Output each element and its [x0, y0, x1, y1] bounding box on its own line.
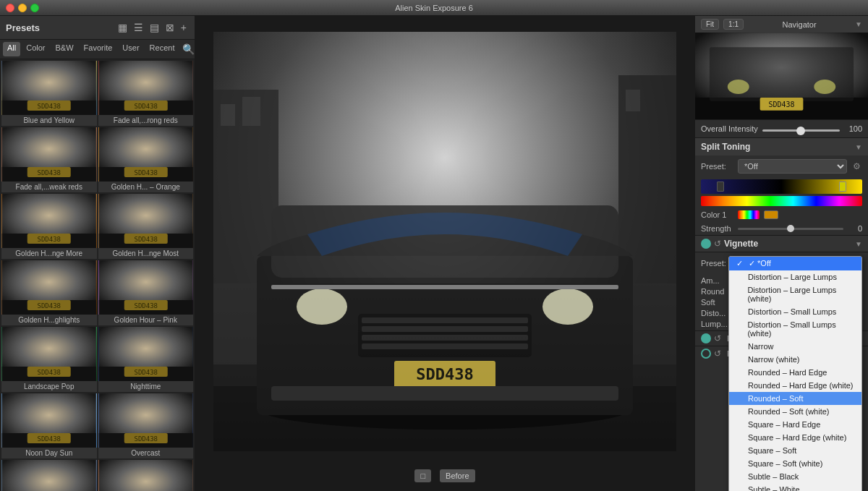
- close-button[interactable]: [6, 4, 14, 12]
- split-toning-preset-select[interactable]: *Off: [738, 159, 847, 174]
- dropdown-item[interactable]: Subtle – White: [729, 483, 861, 491]
- tab-bw[interactable]: B&W: [51, 42, 78, 56]
- vignette-section: ↺ Vignette ▼ Preset: *Off ⚙ Am...: [695, 236, 868, 364]
- preset-label: Fade all,...rong reds: [98, 115, 194, 126]
- dropdown-item[interactable]: Square – Soft: [729, 444, 861, 457]
- preset-item[interactable]: SDD438 Golden H...nge More: [1, 194, 97, 259]
- dropdown-item[interactable]: Distortion – Small Lumps (white): [729, 318, 861, 340]
- dropdown-item[interactable]: Distortion – Large Lumps: [729, 270, 861, 283]
- color1-spectrum-swatch[interactable]: [738, 210, 760, 219]
- preset-item[interactable]: SDD438 Fade all,...rong reds: [98, 61, 194, 126]
- preset-item[interactable]: SDD438 Landscape Pop: [1, 327, 97, 392]
- soft-label: Soft: [701, 298, 728, 307]
- strength-slider[interactable]: [738, 228, 843, 230]
- dropdown-item[interactable]: Rounded – Hard Edge (white): [729, 379, 861, 392]
- tab-user[interactable]: User: [118, 42, 143, 56]
- toning-highlight-thumb[interactable]: [839, 182, 846, 192]
- svg-rect-71: [362, 326, 528, 332]
- svg-rect-73: [362, 343, 528, 349]
- distort-label: Disto...: [701, 309, 728, 317]
- svg-rect-77: [271, 285, 618, 289]
- dropdown-item[interactable]: Distortion – Large Lumps (white): [729, 283, 861, 305]
- vignette-toggle-2[interactable]: [701, 333, 711, 343]
- dropdown-item[interactable]: Subtle – Black: [729, 470, 861, 483]
- dropdown-item[interactable]: ✓ *Off: [729, 257, 861, 270]
- svg-point-81: [728, 80, 749, 94]
- traffic-lights: [6, 4, 39, 12]
- preset-label: Golden Hour – Pink: [98, 315, 194, 325]
- preset-filmstrip-icon[interactable]: ▤: [148, 20, 161, 35]
- color1-label: Color 1: [701, 210, 733, 219]
- view-square-button[interactable]: □: [414, 469, 431, 482]
- intensity-slider[interactable]: [762, 129, 840, 132]
- vignette-refresh-3[interactable]: ↺: [714, 349, 721, 359]
- vignette-dropdown[interactable]: ✓ *Off Distortion – Large Lumps Distorti…: [728, 256, 862, 491]
- intensity-slider-wrap: [762, 124, 840, 133]
- preset-thumbnail: SDD438: [1, 260, 97, 315]
- split-toning-preset-row: Preset: *Off ⚙: [695, 155, 868, 177]
- split-toning-header[interactable]: Split Toning ▼: [695, 138, 868, 155]
- dropdown-item[interactable]: Narrow: [729, 340, 861, 353]
- preset-item[interactable]: SDD438 Blue and Yellow: [1, 61, 97, 126]
- preset-compare-icon[interactable]: ⊠: [163, 20, 176, 35]
- car-svg: SDD438: [213, 32, 676, 451]
- dropdown-item[interactable]: Square – Hard Edge: [729, 418, 861, 431]
- tab-favorite[interactable]: Favorite: [80, 42, 117, 56]
- vignette-refresh-2[interactable]: ↺: [714, 333, 721, 343]
- preset-item[interactable]: SDD438 Fade all,...weak reds: [1, 127, 97, 192]
- preset-list-icon[interactable]: ☰: [132, 20, 145, 35]
- preset-add-icon[interactable]: +: [179, 20, 189, 35]
- svg-text:SDD438: SDD438: [37, 302, 61, 309]
- before-button[interactable]: Before: [440, 469, 475, 482]
- navigator-title: Navigator: [783, 20, 817, 29]
- preset-tabs: All Color B&W Favorite User Recent 🔍: [0, 40, 195, 59]
- vignette-toggle[interactable]: [701, 239, 711, 249]
- dropdown-item[interactable]: Rounded – Hard Edge: [729, 366, 861, 379]
- dropdown-item[interactable]: Rounded – Soft: [729, 392, 861, 405]
- preset-item[interactable]: SDD438 Golden Hour – Pink: [98, 260, 194, 325]
- main-row: Presets ▦ ☰ ▤ ⊠ + All Color B&W Favorite…: [0, 16, 868, 491]
- preset-label: Fade all,...weak reds: [1, 182, 97, 192]
- color1-value-swatch[interactable]: [764, 210, 778, 219]
- dropdown-item[interactable]: Rounded – Soft (white): [729, 405, 861, 418]
- vignette-toggle-3[interactable]: [701, 349, 711, 359]
- split-toning-title: Split Toning: [701, 142, 750, 152]
- maximize-button[interactable]: [30, 4, 39, 12]
- search-icon[interactable]: 🔍: [180, 42, 197, 56]
- preset-label: Golden H...nge More: [1, 248, 97, 259]
- preset-grid-small-icon[interactable]: ▦: [116, 20, 129, 35]
- dropdown-item[interactable]: Square – Soft (white): [729, 457, 861, 470]
- navigator-thumbnail[interactable]: SDD438: [695, 33, 868, 119]
- preset-item[interactable]: SDD438 Golden H...nge Most: [98, 194, 194, 259]
- split-toning-option-btn[interactable]: ⚙: [851, 160, 862, 173]
- dropdown-item[interactable]: Square – Hard Edge (white): [729, 431, 861, 444]
- minimize-button[interactable]: [18, 4, 27, 12]
- vignette-refresh-icon[interactable]: ↺: [714, 239, 721, 249]
- svg-point-82: [814, 80, 835, 94]
- presets-header: Presets ▦ ☰ ▤ ⊠ +: [0, 16, 195, 40]
- presets-icon-group: ▦ ☰ ▤ ⊠ +: [116, 20, 189, 35]
- fit-button[interactable]: Fit: [701, 19, 719, 30]
- svg-text:SDD438: SDD438: [134, 169, 158, 176]
- toning-shadow-thumb[interactable]: [717, 182, 724, 192]
- preset-item[interactable]: SDD438 Nighttime: [98, 327, 194, 392]
- preset-item[interactable]: SDD438 Overcast ...ghlights: [1, 460, 97, 491]
- preset-item[interactable]: SDD438 Overcast: [98, 393, 194, 458]
- tab-color[interactable]: Color: [22, 42, 49, 56]
- ratio-button[interactable]: 1:1: [723, 19, 744, 30]
- dropdown-item[interactable]: Distortion – Small Lumps: [729, 305, 861, 318]
- preset-item[interactable]: SDD438 Saturati...d – Warm: [98, 460, 194, 491]
- preset-item[interactable]: SDD438 Golden H... – Orange: [98, 127, 194, 192]
- split-toning-section: Split Toning ▼ Preset: *Off ⚙: [695, 138, 868, 236]
- preset-label: Nighttime: [98, 381, 194, 392]
- toning-gradient[interactable]: [701, 179, 862, 194]
- strength-value: 0: [848, 224, 862, 233]
- preset-item[interactable]: SDD438 Noon Day Sun: [1, 393, 97, 458]
- preset-thumbnail: SDD438: [1, 194, 97, 248]
- dropdown-item[interactable]: Narrow (white): [729, 353, 861, 366]
- center-panel: be More: [195, 16, 694, 491]
- preset-item[interactable]: SDD438 Golden H...ghlights: [1, 260, 97, 325]
- lump-label: Lump...: [701, 320, 728, 328]
- tab-all[interactable]: All: [3, 42, 20, 56]
- tab-recent[interactable]: Recent: [145, 42, 179, 56]
